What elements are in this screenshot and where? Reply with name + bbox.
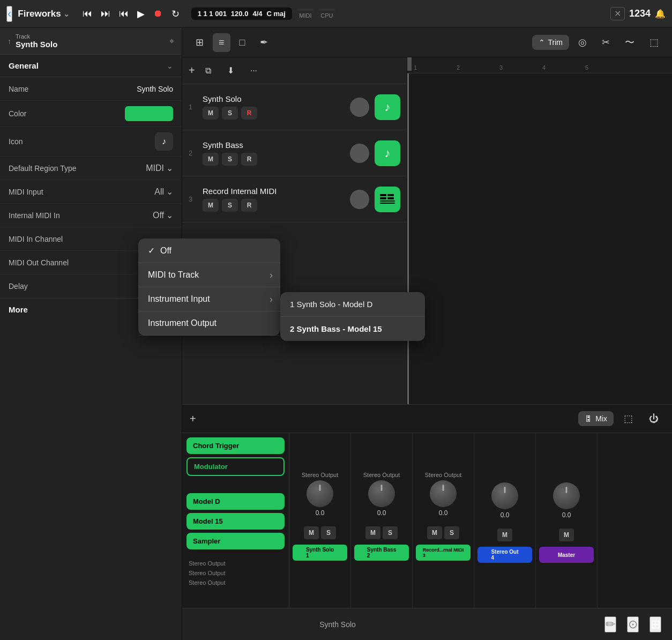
cs-mute-synth-solo[interactable]: M bbox=[304, 526, 319, 539]
submenu-item-synth-bass[interactable]: 2 Synth Bass - Model 15 bbox=[280, 317, 425, 341]
mix-button[interactable]: 🎛 Mix bbox=[578, 411, 614, 426]
icon-swatch[interactable]: ♪ bbox=[155, 132, 173, 151]
cs-solo-record-midi[interactable]: S bbox=[444, 526, 459, 539]
icon-property-row[interactable]: Icon ♪ bbox=[0, 127, 182, 157]
mute-button-3[interactable]: M bbox=[203, 199, 219, 212]
record-button-1[interactable]: R bbox=[241, 107, 257, 120]
track-volume-knob-3[interactable] bbox=[350, 190, 369, 209]
track-list-header: + ⧉ ⬇ ··· bbox=[182, 57, 407, 84]
app-title-chevron-icon: ⌄ bbox=[63, 10, 70, 18]
wave-button[interactable]: 〜 bbox=[619, 32, 640, 53]
frame-button[interactable]: ⬚ bbox=[644, 33, 664, 52]
play-button[interactable]: ▶ bbox=[135, 6, 147, 22]
time-display: 1234 bbox=[629, 8, 651, 19]
arrange-area[interactable] bbox=[407, 73, 672, 404]
record-button-3[interactable]: R bbox=[241, 199, 257, 212]
submenu-item-synth-solo[interactable]: 1 Synth Solo - Model D bbox=[280, 292, 425, 317]
record-button[interactable]: ⏺ bbox=[151, 6, 165, 21]
volume-knob-synth-bass[interactable] bbox=[368, 480, 395, 507]
mute-button-1[interactable]: M bbox=[203, 107, 219, 120]
solo-button-1[interactable]: S bbox=[222, 107, 238, 120]
track-number-2: 2 bbox=[189, 149, 197, 157]
knob-value-synth-bass: 0.0 bbox=[377, 509, 386, 517]
color-swatch[interactable] bbox=[125, 106, 173, 121]
box-view-button[interactable]: □ bbox=[234, 33, 251, 52]
key-text: C maj bbox=[266, 10, 285, 18]
more-label: More bbox=[9, 305, 28, 314]
default-region-type-row[interactable]: Default Region Type MIDI ⌄ bbox=[0, 157, 182, 180]
listen-button[interactable]: ◎ bbox=[572, 33, 593, 52]
mute-solo-stereo-out: M bbox=[497, 529, 512, 541]
track-title-label: Track bbox=[16, 33, 169, 40]
menu-item-off[interactable]: Off bbox=[138, 239, 280, 263]
skip-back-button[interactable]: ⏮ bbox=[117, 6, 131, 21]
track-volume-knob-2[interactable] bbox=[350, 144, 369, 163]
mixer-action-button[interactable]: ⊞ bbox=[649, 616, 661, 632]
volume-knob-synth-solo[interactable] bbox=[307, 480, 333, 507]
mixer-power-button[interactable]: ⏻ bbox=[643, 410, 664, 428]
instrument-output-label: Instrument Output bbox=[148, 318, 216, 328]
main-layout: ↑ Track Synth Solo ⌖ General ⌄ Name Synt… bbox=[0, 28, 672, 640]
solo-button-2[interactable]: S bbox=[222, 153, 238, 166]
track-volume-knob-1[interactable] bbox=[350, 98, 369, 117]
menu-item-instrument-output[interactable]: Instrument Output bbox=[138, 311, 280, 336]
general-chevron-icon: ⌄ bbox=[167, 62, 173, 70]
settings-action-button[interactable]: ⊙ bbox=[627, 616, 639, 632]
track-icon-2[interactable]: ♪ bbox=[375, 140, 400, 166]
track-icon-3[interactable] bbox=[375, 187, 400, 212]
record-button-2[interactable]: R bbox=[241, 153, 257, 166]
midi-out-channel-label: MIDI Out Channel bbox=[9, 258, 69, 267]
scissors-button[interactable]: ✂ bbox=[596, 33, 616, 52]
pin-icon[interactable]: ⌖ bbox=[169, 36, 174, 46]
modulator-plugin[interactable]: Modulator bbox=[186, 457, 285, 476]
track-icon-1[interactable]: ♪ bbox=[375, 94, 400, 120]
volume-knob-master[interactable] bbox=[553, 482, 580, 509]
add-track-button[interactable]: + bbox=[189, 64, 195, 77]
cs-mute-master[interactable]: M bbox=[559, 529, 574, 541]
grid-view-button[interactable]: ⊞ bbox=[190, 33, 210, 52]
track-name-1: Synth Solo bbox=[203, 94, 345, 103]
list-view-button[interactable]: ≡ bbox=[213, 33, 230, 52]
pencil-tool-button[interactable]: ✒ bbox=[254, 33, 274, 52]
bottom-actions: ✏ ⊙ ⊞ bbox=[604, 616, 661, 632]
fast-forward-button[interactable]: ⏭ bbox=[99, 6, 113, 21]
general-section-header[interactable]: General ⌄ bbox=[0, 55, 182, 77]
cs-solo-synth-bass[interactable]: S bbox=[383, 526, 398, 539]
menu-item-instrument-input[interactable]: Instrument Input bbox=[138, 287, 280, 311]
track-back-button[interactable]: ↑ bbox=[8, 37, 11, 46]
rewind-button[interactable]: ⏮ bbox=[80, 6, 94, 21]
cpu-indicator: CPU bbox=[319, 9, 335, 19]
volume-knob-stereo-out[interactable] bbox=[491, 482, 518, 509]
svg-rect-1 bbox=[387, 194, 394, 196]
color-property-row[interactable]: Color bbox=[0, 101, 182, 127]
trim-button[interactable]: ⌃ Trim bbox=[532, 35, 569, 50]
track-number-3: 3 bbox=[189, 195, 197, 203]
mute-solo-synth-solo: M S bbox=[304, 526, 336, 539]
cs-solo-synth-solo[interactable]: S bbox=[321, 526, 336, 539]
sampler-plugin[interactable]: Sampler bbox=[186, 533, 285, 549]
pen-action-button[interactable]: ✏ bbox=[604, 616, 616, 632]
solo-button-3[interactable]: S bbox=[222, 199, 238, 212]
cs-mute-stereo-out[interactable]: M bbox=[497, 529, 512, 541]
volume-knob-record-midi[interactable] bbox=[430, 480, 457, 507]
loop-button[interactable]: ↻ bbox=[169, 6, 182, 22]
import-button[interactable]: ⬇ bbox=[221, 62, 240, 79]
chord-trigger-plugin[interactable]: Chord Trigger bbox=[186, 437, 285, 454]
model-d-plugin[interactable]: Model D bbox=[186, 493, 285, 510]
model-15-plugin[interactable]: Model 15 bbox=[186, 513, 285, 530]
mixer-copy-button[interactable]: ⬚ bbox=[618, 409, 639, 428]
midi-input-row[interactable]: MIDI Input All ⌄ bbox=[0, 180, 182, 204]
menu-item-midi-to-track[interactable]: MIDI to Track bbox=[138, 263, 280, 287]
ruler-mark-5: 5 bbox=[583, 64, 626, 71]
mixer-add-button[interactable]: + bbox=[190, 413, 196, 425]
back-button[interactable]: ‹ bbox=[6, 6, 12, 22]
more-options-button[interactable]: ··· bbox=[244, 62, 263, 79]
internal-midi-in-row[interactable]: Internal MIDI In Off ⌄ bbox=[0, 204, 182, 227]
cs-mute-synth-bass[interactable]: M bbox=[365, 526, 380, 539]
cs-mute-record-midi[interactable]: M bbox=[427, 526, 442, 539]
svg-rect-3 bbox=[387, 197, 394, 199]
duplicate-track-button[interactable]: ⧉ bbox=[199, 62, 217, 79]
name-property-row: Name Synth Solo bbox=[0, 77, 182, 101]
close-icon[interactable]: ✕ bbox=[610, 7, 625, 20]
mute-button-2[interactable]: M bbox=[203, 153, 219, 166]
